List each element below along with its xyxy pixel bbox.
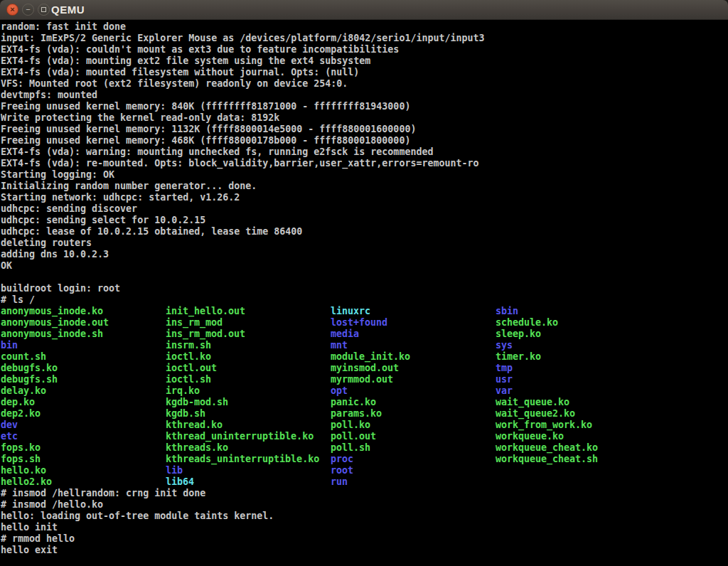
file-name: kgdb-mod.sh [166,397,228,408]
file-name: anonymous_inode.out [1,317,109,329]
ls-row: fops.kokthreads.kopoll.shworkqueue_cheat… [1,442,728,454]
file-name: wait_queue.ko [496,397,569,408]
file-name: var [496,385,513,397]
console-line: Freeing unused kernel memory: 1132K (fff… [1,124,728,135]
file-name: sleep.ko [496,329,541,340]
file-name: mnt [331,340,348,351]
file-name: irq.ko [166,385,200,397]
file-name: etc [1,431,18,442]
ls-row: debugfs.shioctl.shmyrmmod.outusr [1,374,728,385]
console-line: # insmod /hellrandom: crng init done [1,488,728,499]
maximize-icon [41,7,46,12]
file-name: sys [496,340,513,351]
file-name: poll.ko [331,420,370,431]
file-name: timer.ko [496,351,541,363]
ls-row: anonymous_inode.shins_rm_mod.outmediasle… [1,329,728,340]
console-line: random: fast init done [1,21,728,33]
file-name: lib [166,465,183,476]
console-line: OK [1,260,728,272]
file-name: fops.sh [1,454,41,465]
console-line: Initializing random number generator... … [1,181,728,192]
console-line: Starting logging: OK [1,169,728,181]
titlebar[interactable]: × − QEMU [0,0,728,20]
file-name: workqueue.ko [496,431,564,442]
file-name: opt [331,385,348,397]
file-name: kgdb.sh [166,408,205,420]
console-line: hello init [1,522,728,533]
console-line: EXT4-fs (vda): mounting ext2 file system… [1,55,728,67]
terminal-screen[interactable]: random: fast init doneinput: ImExPS/2 Ge… [0,20,728,566]
maximize-button[interactable] [38,4,50,16]
ls-row: hello2.kolib64run [1,476,728,488]
console-line [1,272,728,283]
file-name: dep.ko [1,397,35,408]
console-line: EXT4-fs (vda): couldn't mount as ext3 du… [1,44,728,55]
file-name: kthread.ko [166,420,223,431]
file-name: count.sh [1,351,46,363]
console-line: hello: loading out-of-tree module taints… [1,511,728,522]
file-name: kthread_uninterruptible.ko [166,431,314,442]
console-line: # insmod /hello.ko [1,499,728,511]
file-name: anonymous_inode.sh [1,329,103,340]
file-name: debugfs.sh [1,374,58,385]
window-title: QEMU [51,0,85,20]
boot-lines: random: fast init doneinput: ImExPS/2 Ge… [1,21,728,306]
console-line: Starting network: udhcpc: started, v1.26… [1,192,728,203]
console-line: hello exit [1,545,728,556]
file-name: ioctl.sh [166,374,211,385]
ls-row: debugfs.koioctl.outmyinsmod.outtmp [1,363,728,374]
file-name: ioctl.ko [166,351,211,363]
qemu-window: × − QEMU random: fast init doneinput: Im… [0,0,728,566]
ls-row: dep.kokgdb-mod.shpanic.kowait_queue.ko [1,397,728,408]
console-line: Freeing unused kernel memory: 840K (ffff… [1,101,728,112]
file-name: schedule.ko [496,317,558,329]
console-line: # rmmod hello [1,533,728,545]
file-name: root [331,465,353,476]
console-line: adding dns 10.0.2.3 [1,249,728,260]
file-name: fops.ko [1,442,41,454]
file-name: workqueue_cheat.ko [496,442,598,454]
file-name: dep2.ko [1,408,41,420]
ls-row: anonymous_inode.koinit_hello.outlinuxrcs… [1,306,728,317]
console-line: # ls / [1,294,728,306]
file-name: hello2.ko [1,476,52,488]
prompt-line: # [1,556,728,566]
console-line: udhcpc: lease of 10.0.2.15 obtained, lea… [1,226,728,237]
file-name: sbin [496,306,518,317]
minimize-icon: − [26,6,30,14]
file-name: ins_rm_mod.out [166,329,245,340]
file-name: ins_rm_mod [166,317,223,329]
console-line: deleting routers [1,237,728,249]
file-name: myrmmod.out [331,374,393,385]
ls-row: etckthread_uninterruptible.kopoll.outwor… [1,431,728,442]
file-name: params.ko [331,408,382,420]
minimize-button[interactable]: − [22,4,34,16]
file-name: delay.ko [1,385,46,397]
ls-row: anonymous_inode.outins_rm_modlost+founds… [1,317,728,329]
console-line: input: ImExPS/2 Generic Explorer Mouse a… [1,33,728,44]
console-line: Write protecting the kernel read-only da… [1,112,728,124]
file-name: anonymous_inode.ko [1,306,103,317]
file-name: debugfs.ko [1,363,58,374]
file-name: module_init.ko [331,351,410,363]
ls-row: hello.kolibroot [1,465,728,476]
console-line: udhcpc: sending select for 10.0.2.15 [1,215,728,226]
file-name: poll.sh [331,442,370,454]
ls-row: count.shioctl.komodule_init.kotimer.ko [1,351,728,363]
console-line: EXT4-fs (vda): re-mounted. Opts: block_v… [1,158,728,169]
file-name: dev [1,420,18,431]
file-name: panic.ko [331,397,376,408]
file-name: poll.out [331,431,376,442]
close-button[interactable]: × [6,4,18,16]
file-name: media [331,329,359,340]
file-name: myinsmod.out [331,363,399,374]
file-name: init_hello.out [166,306,245,317]
ls-row: dep2.kokgdb.shparams.kowait_queue2.ko [1,408,728,420]
file-name: lost+found [331,317,387,329]
console-line: VFS: Mounted root (ext2 filesystem) read… [1,78,728,90]
file-name: usr [496,374,513,385]
file-name: bin [1,340,18,351]
ls-row: delay.koirq.kooptvar [1,385,728,397]
console-line: EXT4-fs (vda): mounted filesystem withou… [1,67,728,78]
file-name: work_from_work.ko [496,420,592,431]
